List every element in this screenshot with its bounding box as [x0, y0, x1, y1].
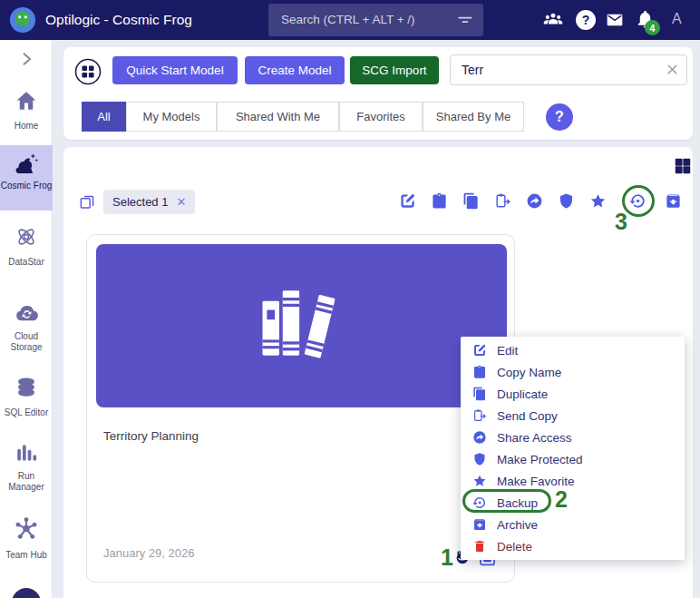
shield-icon [472, 452, 487, 466]
model-card[interactable]: Territory Planning January 29, 2026 [86, 234, 515, 583]
archive-icon[interactable] [665, 192, 682, 210]
menu-item-label: Backup [497, 496, 538, 510]
menu-item-label: Archive [497, 518, 538, 532]
trash-icon [472, 539, 487, 554]
menu-item-label: Duplicate [497, 387, 548, 401]
share-access-icon [472, 430, 487, 445]
menu-item-make-protected[interactable]: Make Protected [461, 448, 685, 470]
sidebar-item-team-hub[interactable]: Team Hub [0, 510, 53, 564]
sidebar-item-cosmic-frog[interactable]: Cosmic Frog [0, 145, 53, 211]
filter-icon[interactable] [456, 11, 474, 29]
sidebar: Home Cosmic Frog DataStar Cloud Storage … [0, 40, 53, 598]
sidebar-item-label: Cosmic Frog [0, 181, 53, 191]
menu-item-label: Send Copy [497, 409, 558, 423]
sidebar-item-label: Team Hub [0, 550, 53, 561]
menu-item-label: Share Access [497, 431, 572, 445]
sidebar-item-label: SQL Editor [0, 407, 53, 418]
tabs-help-icon[interactable]: ? [546, 103, 573, 131]
tab-my-models[interactable]: My Models [126, 102, 217, 132]
selected-chip-label: Selected 1 [112, 195, 168, 209]
quick-start-model-button[interactable]: Quick Start Model [112, 56, 238, 84]
app-window: Optilogic - Cosmic Frog Search (CTRL + A… [0, 0, 700, 598]
edit-icon [472, 343, 487, 358]
cosmic-frog-icon [14, 152, 39, 177]
menu-item-send-copy[interactable]: Send Copy [461, 405, 685, 426]
mail-icon[interactable] [605, 11, 625, 29]
menu-item-label: Copy Name [497, 366, 561, 379]
multi-select-icon[interactable] [78, 192, 96, 211]
home-icon [15, 89, 38, 113]
app-title: Optilogic - Cosmic Frog [45, 0, 192, 40]
menu-item-label: Make Favorite [497, 475, 575, 488]
menu-item-label: Make Protected [497, 453, 583, 466]
menu-item-copy-name[interactable]: Copy Name [461, 361, 685, 383]
menu-item-archive[interactable]: Archive [461, 514, 685, 535]
apps-grid-icon[interactable] [74, 58, 102, 85]
chip-close-icon[interactable]: ✕ [176, 195, 186, 209]
model-card-date: January 29, 2026 [103, 546, 194, 560]
tab-all[interactable]: All [82, 102, 126, 132]
top-bar: Optilogic - Cosmic Frog Search (CTRL + A… [0, 0, 700, 40]
selected-chip[interactable]: Selected 1 ✕ [103, 190, 195, 214]
send-copy-icon [472, 408, 487, 423]
global-search-button[interactable]: Search (CTRL + ALT + /) [268, 4, 483, 36]
bar-chart-icon [15, 441, 38, 465]
menu-item-duplicate[interactable]: Duplicate [461, 383, 685, 405]
tab-shared-by-me[interactable]: Shared By Me [423, 102, 524, 132]
optilogic-logo-icon[interactable] [9, 6, 36, 34]
share-access-icon[interactable] [526, 192, 543, 210]
tab-shared-with-me[interactable]: Shared With Me [217, 102, 339, 132]
menu-item-label: Delete [497, 540, 532, 554]
help-icon[interactable]: ? [576, 10, 596, 30]
menu-item-delete[interactable]: Delete [461, 535, 685, 557]
duplicate-icon[interactable] [462, 192, 480, 210]
sidebar-item-home[interactable]: Home [0, 83, 53, 134]
avatar[interactable]: A [672, 11, 682, 27]
cloud-sync-icon [15, 301, 38, 325]
scg-import-button[interactable]: SCG Import [350, 56, 439, 84]
sidebar-item-label: Home [0, 121, 53, 132]
sidebar-item-cloud-storage[interactable]: Cloud Storage [0, 296, 53, 356]
model-card-thumbnail [96, 244, 507, 407]
copy-name-icon[interactable] [431, 192, 448, 210]
menu-item-backup[interactable]: Backup [461, 492, 685, 514]
sidebar-collapse-chevron-icon[interactable] [17, 50, 35, 68]
people-icon[interactable] [541, 10, 565, 30]
global-search-label: Search (CTRL + ALT + /) [268, 4, 483, 36]
menu-item-edit[interactable]: Edit [461, 339, 685, 361]
books-icon [250, 277, 355, 371]
menu-item-share-access[interactable]: Share Access [461, 426, 685, 448]
sidebar-item-label: Run Manager [0, 471, 53, 493]
more-options-icon[interactable]: ⋮ [694, 60, 700, 81]
shield-icon[interactable] [558, 192, 575, 210]
model-search-box [450, 54, 687, 85]
menu-item-make-favorite[interactable]: Make Favorite [461, 470, 685, 492]
sidebar-item-sql-editor[interactable]: SQL Editor [0, 370, 53, 421]
star-icon [472, 474, 487, 488]
model-search-input[interactable] [462, 56, 652, 83]
sidebar-item-label: DataStar [0, 257, 53, 268]
create-model-button[interactable]: Create Model [245, 56, 345, 84]
clear-search-icon[interactable] [665, 62, 680, 77]
context-menu: Edit Copy Name Duplicate Send Copy Share… [461, 337, 685, 560]
duplicate-icon [472, 387, 487, 401]
star-icon[interactable] [589, 192, 607, 210]
sidebar-item-label: Cloud Storage [0, 331, 53, 353]
tab-favorites[interactable]: Favorites [339, 102, 423, 132]
backup-icon[interactable] [629, 192, 647, 210]
menu-item-label: Edit [497, 344, 518, 358]
datastar-atom-icon [15, 225, 38, 249]
sidebar-item-run-manager[interactable]: Run Manager [0, 436, 53, 495]
copy-name-icon [472, 365, 487, 379]
grid-view-icon[interactable] [673, 156, 693, 176]
team-hub-icon [14, 515, 39, 541]
edit-icon[interactable] [399, 192, 416, 210]
backup-icon [472, 495, 487, 510]
sidebar-item-datastar[interactable]: DataStar [0, 220, 53, 270]
archive-icon [472, 517, 487, 532]
help-glyph: ? [582, 13, 590, 27]
send-copy-icon[interactable] [494, 192, 511, 210]
model-card-title: Territory Planning [103, 429, 199, 443]
notification-badge: 4 [645, 20, 660, 35]
sidebar-bottom-icon[interactable] [12, 588, 41, 598]
